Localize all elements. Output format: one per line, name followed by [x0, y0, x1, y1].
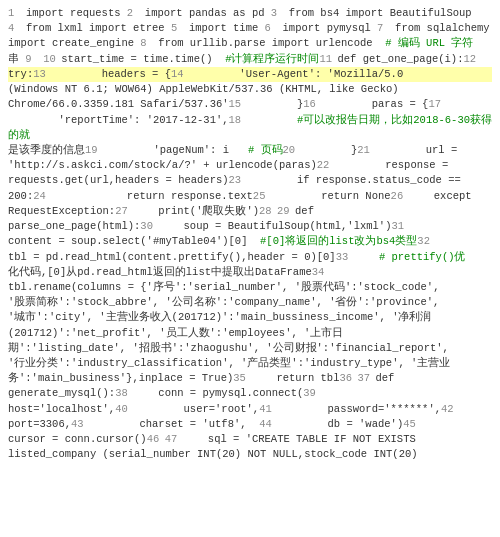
code-line-28: cursor = conn.cursor()4647 sql = 'CREATE…: [8, 432, 492, 447]
code-line-21: (201712)':'net_profit', '员工人数':'employee…: [8, 326, 492, 341]
code-line-13: RequestException:27 print('爬取失败')2829def: [8, 204, 492, 219]
code-line-19: '股票简称':'stock_abbre', '公司名称':'company_na…: [8, 295, 492, 310]
code-line-29: listed_company (serial_number INT(20) NO…: [8, 447, 492, 462]
code-line-17: 化代码,[0]从pd.read_html返回的list中提取出DataFrame…: [8, 265, 492, 280]
code-line-6: (Windows NT 6.1; WOW64) AppleWebKit/537.…: [8, 82, 492, 97]
code-line-12: 200:24 return response.text25 return Non…: [8, 189, 492, 204]
code-line-8: 'reportTime': '2017-12-31',18 #可以改报告日期，比…: [8, 113, 492, 143]
code-line-1: 1import requests 2import pandas as pd 3f…: [8, 6, 492, 21]
code-line-14: parse_one_page(html):30 soup = Beautiful…: [8, 219, 492, 234]
code-line-4: 串 910start_time = time.time() #计算程序运行时间1…: [8, 52, 492, 67]
code-viewer: 1import requests 2import pandas as pd 3f…: [0, 0, 500, 469]
code-line-3: import create_engine 8from urllib.parse …: [8, 36, 492, 51]
code-line-24: 务':'main_business'},inplace = True)35 re…: [8, 371, 492, 386]
code-line-16: tbl = pd.read_html(content.prettify(),he…: [8, 250, 492, 265]
code-line-22: 期':'listing_date', '招股书':'zhaogushu', '公…: [8, 341, 492, 356]
code-line-23: '行业分类':'industry_classification', '产品类型'…: [8, 356, 492, 371]
code-line-5-highlighted: try:13 headers = {14 'User-Agent': 'Mozi…: [8, 67, 492, 82]
code-line-20: '城市':'city', '主营业务收入(201712)':'main_buss…: [8, 310, 492, 325]
code-line-10: 'http://s.askci.com/stock/a/?' + urlenco…: [8, 158, 492, 173]
code-line-11: requests.get(url,headers = headers)23 if…: [8, 173, 492, 188]
code-line-25: generate_mysql():38 conn = pymysql.conne…: [8, 386, 492, 401]
code-line-15: content = soup.select('#myTable04')[0] #…: [8, 234, 492, 249]
code-line-2: 4from lxml import etree 5import time 6im…: [8, 21, 492, 36]
code-line-7: Chrome/66.0.3359.181 Safari/537.36'15 }1…: [8, 97, 492, 112]
code-line-26: host='localhost',40 user='root',41 passw…: [8, 402, 492, 417]
code-line-9: 是该季度的信息19 'pageNum': i # 页码20 }21 url =: [8, 143, 492, 158]
code-line-27: port=3306,43 charset = 'utf8', 44 db = '…: [8, 417, 492, 432]
code-line-18: tbl.rename(columns = {'序号':'serial_numbe…: [8, 280, 492, 295]
